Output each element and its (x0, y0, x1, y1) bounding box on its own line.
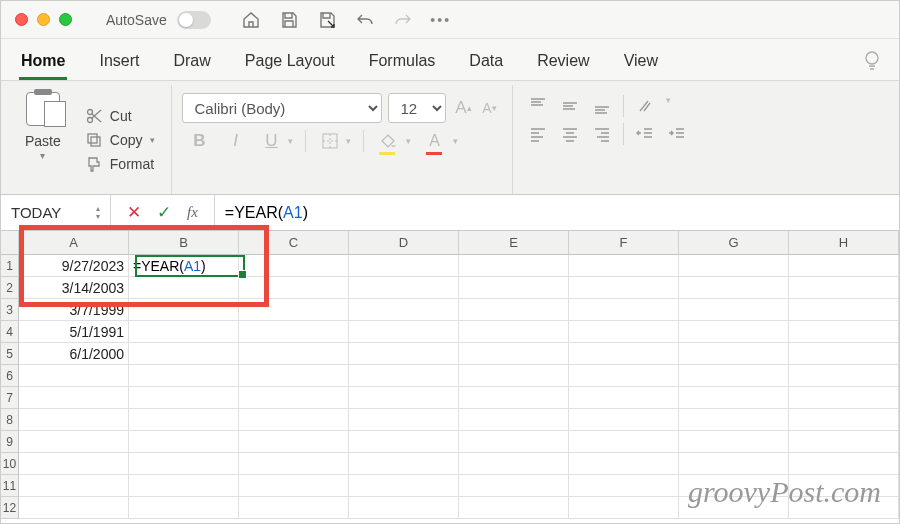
cell[interactable] (129, 497, 239, 519)
redo-icon[interactable] (393, 10, 413, 30)
cell[interactable] (789, 321, 899, 343)
bold-button[interactable]: B (188, 129, 212, 153)
cell[interactable]: 3/14/2003 (19, 277, 129, 299)
cell[interactable] (129, 409, 239, 431)
cell[interactable] (789, 299, 899, 321)
chevron-down-icon[interactable]: ▾ (288, 136, 293, 146)
cell[interactable] (459, 497, 569, 519)
name-box[interactable]: TODAY ▴▾ (1, 195, 111, 230)
cell[interactable] (129, 387, 239, 409)
cell[interactable] (349, 365, 459, 387)
col-header[interactable]: C (239, 231, 349, 255)
cell[interactable] (569, 431, 679, 453)
row-header[interactable]: 3 (1, 299, 19, 321)
decrease-indent-button[interactable] (634, 123, 656, 145)
chevron-down-icon[interactable]: ▾ (40, 150, 45, 161)
cell[interactable] (129, 453, 239, 475)
cell[interactable] (569, 409, 679, 431)
cell[interactable] (789, 387, 899, 409)
cell[interactable] (569, 277, 679, 299)
chevron-down-icon[interactable]: ▾ (346, 136, 351, 146)
chevron-down-icon[interactable]: ▾ (453, 136, 458, 146)
cell[interactable] (679, 409, 789, 431)
align-left-button[interactable] (527, 123, 549, 145)
underline-button[interactable]: U (260, 129, 284, 153)
cell[interactable] (569, 299, 679, 321)
cell[interactable] (129, 365, 239, 387)
cancel-formula-button[interactable]: ✕ (127, 202, 141, 223)
font-size-select[interactable]: 12 (388, 93, 446, 123)
tab-draw[interactable]: Draw (171, 44, 212, 80)
cell[interactable] (679, 387, 789, 409)
cell[interactable]: =YEAR(A1) (129, 255, 239, 277)
cell[interactable] (129, 475, 239, 497)
cell[interactable] (239, 497, 349, 519)
font-name-select[interactable]: Calibri (Body) (182, 93, 382, 123)
row-header[interactable]: 8 (1, 409, 19, 431)
tab-review[interactable]: Review (535, 44, 591, 80)
cell[interactable] (679, 431, 789, 453)
cell[interactable] (679, 299, 789, 321)
col-header[interactable]: B (129, 231, 239, 255)
cell[interactable] (239, 299, 349, 321)
home-icon[interactable] (241, 10, 261, 30)
toggle-switch-off[interactable] (177, 11, 211, 29)
align-center-button[interactable] (559, 123, 581, 145)
cell[interactable] (239, 409, 349, 431)
cell[interactable] (239, 343, 349, 365)
cell[interactable] (459, 409, 569, 431)
cell[interactable] (789, 277, 899, 299)
align-bottom-button[interactable] (591, 95, 613, 117)
copy-button[interactable]: Copy ▾ (79, 130, 161, 150)
increase-indent-button[interactable] (666, 123, 688, 145)
save-icon[interactable] (279, 10, 299, 30)
font-color-button[interactable]: A (423, 129, 447, 153)
cell[interactable] (349, 277, 459, 299)
cell[interactable] (459, 475, 569, 497)
cell[interactable] (789, 453, 899, 475)
col-header[interactable]: G (679, 231, 789, 255)
shrink-font-button[interactable]: A▾ (478, 96, 502, 120)
row-header[interactable]: 12 (1, 497, 19, 519)
row-header[interactable]: 2 (1, 277, 19, 299)
row-header[interactable]: 5 (1, 343, 19, 365)
cell[interactable] (569, 321, 679, 343)
cell[interactable] (569, 343, 679, 365)
grow-font-button[interactable]: A▴ (452, 96, 476, 120)
cell[interactable] (19, 431, 129, 453)
cell[interactable] (19, 453, 129, 475)
cell[interactable] (459, 255, 569, 277)
cell[interactable] (459, 343, 569, 365)
cell[interactable] (19, 497, 129, 519)
row-header[interactable]: 11 (1, 475, 19, 497)
cell[interactable] (239, 277, 349, 299)
cell[interactable] (569, 475, 679, 497)
cell[interactable] (679, 343, 789, 365)
cell[interactable] (349, 299, 459, 321)
cell[interactable] (789, 409, 899, 431)
cell[interactable] (349, 409, 459, 431)
cell[interactable] (679, 365, 789, 387)
cell[interactable] (459, 277, 569, 299)
cell[interactable] (459, 453, 569, 475)
cell[interactable] (459, 431, 569, 453)
row-header[interactable]: 4 (1, 321, 19, 343)
cell[interactable] (789, 343, 899, 365)
cell[interactable] (19, 409, 129, 431)
cell[interactable] (679, 321, 789, 343)
cell[interactable] (129, 299, 239, 321)
row-header[interactable]: 10 (1, 453, 19, 475)
fx-label[interactable]: fx (187, 204, 198, 221)
cell[interactable] (19, 475, 129, 497)
tab-insert[interactable]: Insert (97, 44, 141, 80)
cell[interactable] (679, 453, 789, 475)
cell[interactable] (349, 453, 459, 475)
name-box-stepper[interactable]: ▴▾ (96, 205, 100, 221)
cell[interactable] (239, 255, 349, 277)
fill-color-button[interactable] (376, 129, 400, 153)
cell[interactable] (789, 365, 899, 387)
cell[interactable] (239, 321, 349, 343)
save-as-icon[interactable] (317, 10, 337, 30)
cell[interactable] (239, 475, 349, 497)
col-header[interactable]: E (459, 231, 569, 255)
